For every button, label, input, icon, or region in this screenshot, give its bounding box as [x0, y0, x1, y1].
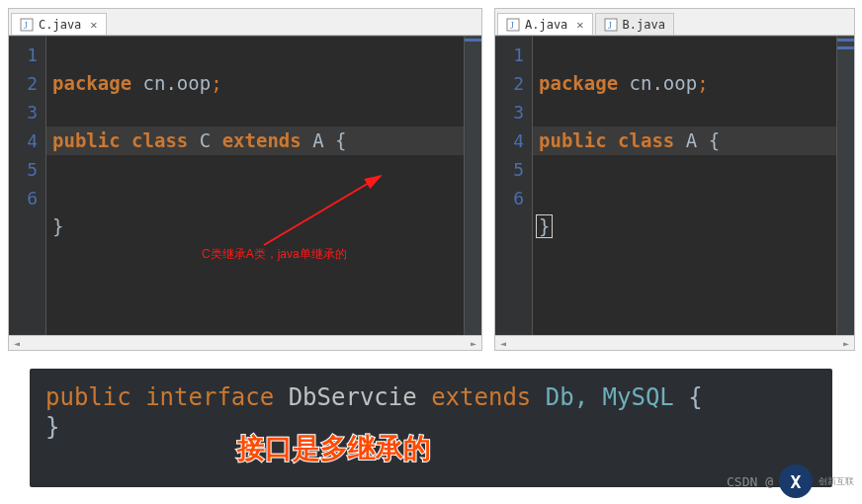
ruler-mark: [837, 39, 854, 42]
ruler-mark: [837, 46, 854, 49]
keyword-interface: interface: [145, 383, 274, 411]
logo-text: 创新互联: [819, 477, 854, 486]
line-number: 3: [495, 98, 524, 126]
keyword-class: class: [618, 129, 674, 151]
keyword-package: package: [52, 72, 131, 94]
gutter-right: 1 2 3 4 5 6: [495, 37, 533, 335]
svg-text:J: J: [608, 20, 612, 31]
brace-open: {: [709, 129, 720, 151]
tab-label: C.java: [39, 18, 81, 32]
tab-b-java[interactable]: J B.java: [595, 13, 674, 35]
tab-c-java[interactable]: J C.java ✕: [11, 13, 107, 35]
multi-inherit-label: 接口是多继承的: [237, 430, 431, 467]
tab-label: B.java: [623, 18, 665, 32]
keyword-public: public: [45, 383, 131, 411]
keyword-extends: extends: [222, 129, 302, 151]
java-file-icon: J: [20, 18, 34, 32]
close-icon[interactable]: ✕: [576, 18, 583, 32]
overview-ruler-right[interactable]: [836, 37, 854, 335]
svg-text:J: J: [24, 20, 28, 31]
interface-name: DbServcie: [274, 383, 431, 411]
line-number: 2: [9, 69, 38, 98]
brace-close: }: [536, 214, 553, 238]
keyword-public: public: [52, 129, 121, 151]
java-file-icon: J: [604, 18, 618, 32]
line-number: 5: [9, 155, 38, 184]
line-number: 6: [495, 184, 524, 212]
interface-code: public interface DbServcie extends Db, M…: [45, 382, 817, 442]
h-scrollbar-left[interactable]: ◄ ►: [9, 335, 481, 350]
scroll-right-icon[interactable]: ►: [840, 337, 852, 349]
logo-icon: X: [779, 464, 813, 498]
line-number: 1: [495, 41, 524, 69]
tab-bar-left: J C.java ✕: [9, 9, 481, 36]
java-file-icon: J: [506, 18, 520, 32]
class-name-a: A: [674, 129, 708, 151]
package-name: cn.oop: [131, 72, 211, 94]
semicolon: ;: [697, 72, 708, 94]
keyword-class: class: [131, 129, 188, 151]
h-scrollbar-right[interactable]: ◄ ►: [495, 335, 854, 350]
watermark: CSDN @ X 创新互联: [727, 464, 854, 498]
line-number: 4: [9, 126, 38, 155]
scroll-right-icon[interactable]: ►: [468, 337, 479, 349]
line-number: 3: [9, 98, 38, 126]
gutter-left: 1 2 3 4 5 6: [9, 37, 46, 335]
code-area-c[interactable]: 1 2 3 4 5 6 package cn.oop; public class…: [9, 36, 481, 335]
brace-open: {: [688, 383, 702, 411]
line-number: 1: [9, 41, 38, 69]
code-area-a[interactable]: 1 2 3 4 5 6 package cn.oop; public class…: [495, 36, 854, 335]
editor-pane-a: J A.java ✕ J B.java 1 2 3 4 5 6 package: [494, 8, 855, 351]
ruler-mark: [465, 39, 481, 42]
line-number: 5: [495, 155, 524, 184]
brace-close: }: [45, 413, 59, 441]
tab-bar-right: J A.java ✕ J B.java: [495, 9, 854, 36]
semicolon: ;: [211, 72, 221, 94]
scroll-left-icon[interactable]: ◄: [497, 337, 509, 349]
line-number: 4: [495, 126, 524, 155]
brace-close: }: [52, 215, 63, 237]
scroll-left-icon[interactable]: ◄: [11, 337, 23, 349]
code-text-c[interactable]: package cn.oop; public class C extends A…: [46, 37, 464, 335]
package-name: cn.oop: [618, 72, 697, 94]
keyword-public: public: [539, 129, 607, 151]
tab-a-java[interactable]: J A.java ✕: [497, 13, 593, 35]
brace-open: {: [335, 129, 346, 151]
keyword-package: package: [539, 72, 618, 94]
code-text-a[interactable]: package cn.oop; public class A { }: [533, 37, 836, 335]
extended-types: Db, MySQL: [531, 383, 688, 411]
superclass-a: A: [302, 129, 335, 151]
svg-text:J: J: [510, 20, 514, 31]
close-icon[interactable]: ✕: [90, 18, 97, 32]
keyword-extends: extends: [431, 383, 531, 411]
line-number: 2: [495, 69, 524, 98]
interface-snippet: public interface DbServcie extends Db, M…: [30, 369, 832, 487]
csdn-label: CSDN @: [727, 474, 773, 489]
editor-pane-c: J C.java ✕ 1 2 3 4 5 6 package cn.oop; p…: [8, 8, 482, 351]
class-name-c: C: [188, 129, 221, 151]
tab-label: A.java: [525, 18, 567, 32]
line-number: 6: [9, 184, 38, 212]
annotation-label: C类继承A类，java单继承的: [202, 246, 347, 263]
overview-ruler-left[interactable]: [464, 37, 481, 335]
